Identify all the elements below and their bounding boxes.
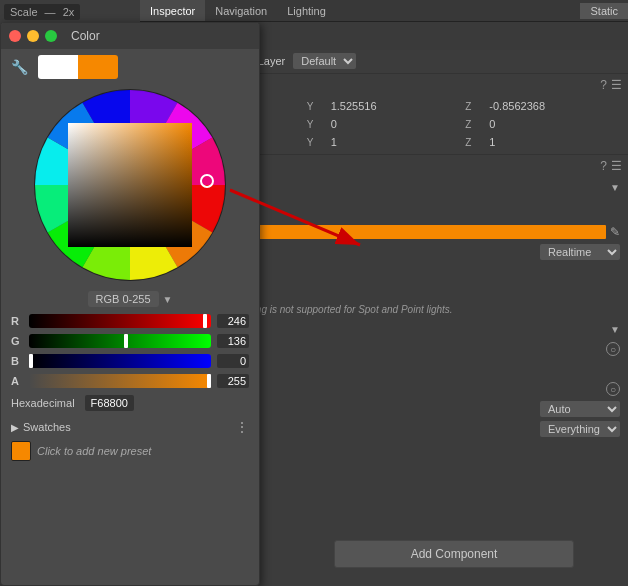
flare-circle-btn[interactable]: ○: [606, 382, 620, 396]
swatch-orange[interactable]: [11, 441, 31, 461]
layer-label: Layer: [258, 55, 286, 67]
g-slider-row: G 136: [1, 331, 259, 351]
a-thumb: [207, 374, 211, 388]
z-val-1: -0.8562368: [489, 100, 620, 112]
z-label-3: Z: [465, 137, 485, 148]
g-label: G: [11, 335, 23, 347]
g-slider[interactable]: [29, 334, 211, 348]
z-val-2: 0: [489, 118, 620, 130]
add-preset-text[interactable]: Click to add new preset: [37, 445, 151, 457]
realtime-dropdown[interactable]: Realtime: [540, 244, 620, 260]
layer-dropdown[interactable]: Default: [293, 53, 356, 69]
color-square[interactable]: [68, 123, 192, 247]
tab-inspector-label: Inspector: [150, 5, 195, 17]
rgb-mode-label[interactable]: RGB 0-255: [88, 291, 159, 307]
add-component-row: Add Component: [280, 532, 628, 576]
hex-label: Hexadecimal: [11, 397, 75, 409]
shadow-arrow: ▼: [610, 324, 620, 335]
color-panel: Color 🔧: [0, 22, 260, 586]
y-label-2: Y: [307, 119, 327, 130]
swatches-row: ▶ Swatches ⋮: [1, 415, 259, 439]
maximize-window-btn[interactable]: [45, 30, 57, 42]
add-component-button[interactable]: Add Component: [334, 540, 574, 568]
b-label: B: [11, 355, 23, 367]
hex-value[interactable]: F68800: [85, 395, 134, 411]
color-square-overlay: [68, 123, 192, 247]
z-label-2: Z: [465, 119, 485, 130]
a-label: A: [11, 375, 23, 387]
b-value: 0: [217, 354, 249, 368]
color-preview-orange: [78, 55, 118, 79]
scale-slider-icon: —: [45, 6, 56, 18]
eyedropper-icon[interactable]: 🔧: [11, 59, 28, 75]
color-panel-header: Color: [1, 23, 259, 49]
point-dropdown-arrow: ▼: [610, 182, 620, 193]
tab-navigation[interactable]: Navigation: [205, 0, 277, 21]
z-label-1: Z: [465, 101, 485, 112]
mode-row: RGB 0-255 ▼: [1, 291, 259, 307]
minimize-window-btn[interactable]: [27, 30, 39, 42]
r-label: R: [11, 315, 23, 327]
a-value: 255: [217, 374, 249, 388]
z-val-3: 1: [489, 136, 620, 148]
g-thumb: [124, 334, 128, 348]
eyedropper-row: 🔧: [1, 49, 259, 85]
r-slider[interactable]: [29, 314, 211, 328]
tab-inspector[interactable]: Inspector: [140, 0, 205, 21]
y-label-1: Y: [307, 101, 327, 112]
close-window-btn[interactable]: [9, 30, 21, 42]
color-preview-white: [38, 55, 78, 79]
help-icon[interactable]: ?: [600, 78, 607, 92]
g-value: 136: [217, 334, 249, 348]
texture-circle-btn[interactable]: ○: [606, 342, 620, 356]
swatches-triangle-icon[interactable]: ▶: [11, 422, 19, 433]
color-preview-box[interactable]: [38, 55, 118, 79]
a-slider[interactable]: [29, 374, 211, 388]
tab-navigation-label: Navigation: [215, 5, 267, 17]
pencil-icon[interactable]: ✎: [610, 225, 620, 239]
y-val-2: 0: [331, 118, 462, 130]
r-thumb: [203, 314, 207, 328]
scale-label: Scale — 2x: [4, 4, 80, 20]
settings-icon[interactable]: ☰: [611, 78, 622, 92]
mode-dropdown-arrow[interactable]: ▼: [163, 294, 173, 305]
component-help-icon[interactable]: ?: [600, 159, 607, 173]
component-settings-icon[interactable]: ☰: [611, 159, 622, 173]
tab-lighting-label: Lighting: [287, 5, 326, 17]
swatches-add-row: Click to add new preset: [1, 439, 259, 463]
culling-dropdown[interactable]: Auto: [540, 401, 620, 417]
r-value: 246: [217, 314, 249, 328]
b-slider-row: B 0: [1, 351, 259, 371]
render-dropdown[interactable]: Everything: [540, 421, 620, 437]
color-wheel-container[interactable]: [30, 85, 230, 285]
static-badge[interactable]: Static: [580, 3, 628, 19]
swatches-menu-icon[interactable]: ⋮: [235, 419, 249, 435]
b-slider[interactable]: [29, 354, 211, 368]
swatches-label: Swatches: [23, 421, 231, 433]
hex-row: Hexadecimal F68800: [1, 391, 259, 415]
r-slider-row: R 246: [1, 311, 259, 331]
y-label-3: Y: [307, 137, 327, 148]
tab-lighting[interactable]: Lighting: [277, 0, 336, 21]
b-thumb: [29, 354, 33, 368]
wheel-cursor[interactable]: [200, 174, 214, 188]
a-slider-row: A 255: [1, 371, 259, 391]
y-val-1: 1.525516: [331, 100, 462, 112]
y-val-3: 1: [331, 136, 462, 148]
scale-value: 2x: [63, 6, 75, 18]
scale-text: Scale: [10, 6, 38, 18]
nav-tabs-bar: Inspector Navigation Lighting Static: [140, 0, 628, 22]
color-panel-title: Color: [71, 29, 100, 43]
